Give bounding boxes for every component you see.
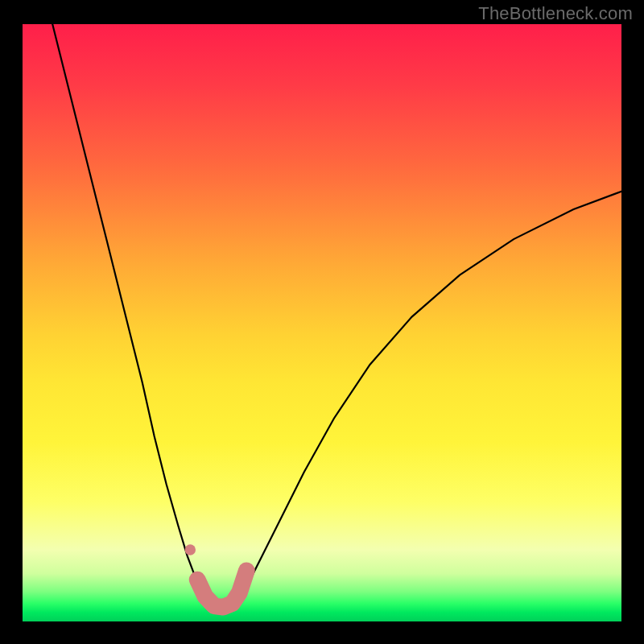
chart-frame: TheBottleneck.com [0, 0, 644, 644]
plot-area [23, 24, 621, 621]
watermark-text: TheBottleneck.com [478, 3, 633, 24]
marker-left-dot [185, 544, 196, 555]
chart-overlay [23, 24, 621, 621]
curve-line [52, 24, 621, 609]
marker-valley-blob [197, 571, 246, 607]
